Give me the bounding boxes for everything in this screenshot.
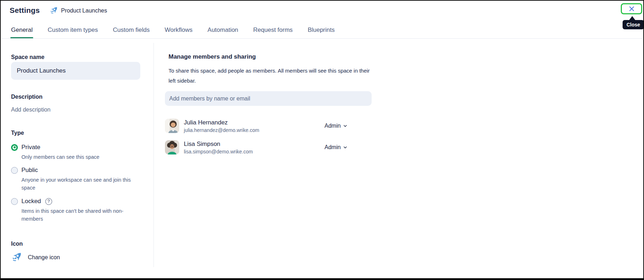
- tab-request-forms[interactable]: Request forms: [253, 26, 293, 38]
- change-icon-label: Change icon: [28, 254, 60, 261]
- description-label: Description: [11, 94, 42, 100]
- role-label: Admin: [324, 144, 341, 151]
- role-dropdown-julia[interactable]: Admin: [324, 123, 347, 129]
- private-radio-row[interactable]: Private: [11, 144, 99, 151]
- member-list: Julia Hernandez julia.hernandez@demo.wri…: [165, 115, 372, 158]
- locked-radio-row[interactable]: Locked ?: [11, 198, 136, 205]
- add-members-input[interactable]: [165, 91, 372, 106]
- tab-workflows[interactable]: Workflows: [165, 26, 192, 38]
- tab-custom-fields[interactable]: Custom fields: [113, 26, 150, 38]
- tab-blueprints[interactable]: Blueprints: [308, 26, 335, 38]
- close-tooltip: Close: [623, 20, 644, 29]
- type-label: Type: [11, 130, 24, 136]
- breadcrumb-space-name: Product Launches: [61, 8, 107, 14]
- tab-custom-item-types[interactable]: Custom item types: [47, 26, 98, 38]
- icon-label: Icon: [11, 241, 23, 247]
- private-radio-selected[interactable]: [11, 144, 18, 151]
- tab-automation-label: Automation: [207, 26, 238, 33]
- member-email: lisa.simpson@demo.wrike.com: [184, 149, 253, 154]
- add-description-button[interactable]: Add description: [11, 107, 50, 113]
- help-icon[interactable]: ?: [45, 198, 52, 205]
- breadcrumb-space: Product Launches: [50, 6, 107, 16]
- members-intro: To share this space, add people as membe…: [168, 66, 376, 86]
- public-label: Public: [21, 167, 38, 174]
- chevron-down-icon: [343, 124, 347, 128]
- member-info: Julia Hernandez julia.hernandez@demo.wri…: [184, 119, 259, 133]
- avatar-julia: [165, 119, 179, 133]
- space-rocket-icon: [12, 251, 23, 264]
- member-row-lisa: Lisa Simpson lisa.simpson@demo.wrike.com…: [165, 137, 372, 158]
- private-label: Private: [21, 144, 40, 151]
- member-name: Lisa Simpson: [184, 141, 253, 148]
- space-settings-dialog: Settings Product Launches Close: [0, 0, 644, 280]
- tab-blueprints-label: Blueprints: [308, 26, 335, 33]
- tab-general[interactable]: General: [11, 26, 32, 38]
- member-info: Lisa Simpson lisa.simpson@demo.wrike.com: [184, 141, 253, 154]
- settings-tab-bar: General Custom item types Custom fields …: [11, 26, 334, 38]
- tab-bar-divider: [1, 38, 643, 39]
- rocket-space-icon: [50, 6, 59, 16]
- member-name: Julia Hernandez: [184, 119, 259, 126]
- page-title: Settings: [10, 6, 40, 15]
- tab-request-forms-label: Request forms: [253, 26, 293, 33]
- tab-custom-item-types-label: Custom item types: [47, 26, 98, 33]
- change-icon-button[interactable]: Change icon: [12, 251, 60, 264]
- locked-description: Items in this space can't be shared with…: [21, 207, 136, 223]
- panel-divider: [154, 43, 154, 267]
- member-row-julia: Julia Hernandez julia.hernandez@demo.wri…: [165, 115, 372, 137]
- member-email: julia.hernandez@demo.wrike.com: [184, 127, 259, 133]
- members-heading: Manage members and sharing: [168, 53, 256, 60]
- type-option-locked: Locked ? Items in this space can't be sh…: [11, 198, 136, 223]
- type-option-public: Public Anyone in your workspace can see …: [11, 167, 136, 192]
- type-option-private: Private Only members can see this space: [11, 144, 99, 161]
- role-label: Admin: [324, 123, 341, 129]
- close-icon: [629, 6, 635, 12]
- private-description: Only members can see this space: [21, 153, 99, 161]
- chevron-down-icon: [343, 145, 347, 149]
- role-dropdown-lisa[interactable]: Admin: [324, 144, 347, 151]
- tab-general-label: General: [11, 26, 32, 33]
- locked-radio[interactable]: [11, 198, 18, 205]
- space-name-input[interactable]: [11, 62, 140, 80]
- avatar-lisa: [165, 140, 179, 154]
- locked-label: Locked: [21, 198, 41, 205]
- close-button[interactable]: [621, 3, 642, 14]
- tab-automation[interactable]: Automation: [207, 26, 238, 38]
- tab-custom-fields-label: Custom fields: [113, 26, 150, 33]
- public-radio[interactable]: [11, 167, 18, 174]
- public-description: Anyone in your workspace can see and joi…: [21, 176, 136, 192]
- tab-workflows-label: Workflows: [165, 26, 192, 33]
- space-name-label: Space name: [11, 54, 44, 60]
- public-radio-row[interactable]: Public: [11, 167, 136, 174]
